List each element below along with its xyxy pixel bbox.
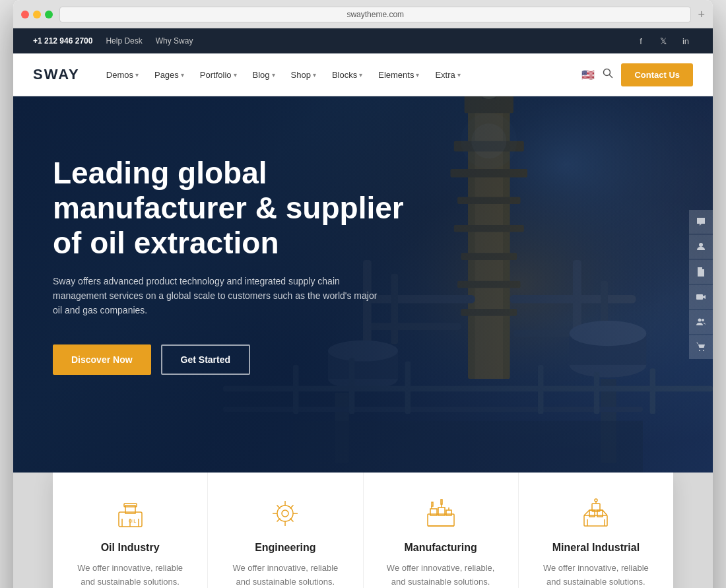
hero-description: Sway offers advanced product technology … [53, 274, 383, 318]
service-manufacturing: Manufacturing We offer innovative, relia… [364, 473, 519, 588]
svg-rect-67 [432, 502, 433, 506]
svg-point-46 [698, 319, 702, 322]
chevron-down-icon: ▾ [234, 71, 237, 79]
browser-dots [21, 11, 53, 18]
service-engineering: Engineering We offer innovative, reliabl… [208, 473, 363, 588]
language-flag-icon[interactable]: 🇺🇸 [581, 69, 595, 81]
discover-now-button[interactable]: Discover Now [53, 344, 151, 375]
top-bar-left: +1 212 946 2700 Help Desk Why Sway [33, 36, 193, 46]
dot-maximize[interactable] [45, 11, 53, 18]
svg-point-44 [699, 243, 703, 247]
oil-industry-desc: We offer innovative, reliable and sustai… [69, 562, 191, 588]
user-tool[interactable] [689, 235, 713, 259]
chat-tool[interactable] [689, 210, 713, 234]
manufacturing-desc: We offer innovative, reliable, and susta… [380, 562, 502, 588]
mineral-industrial-title: Mineral Industrial [535, 542, 657, 554]
help-desk-link[interactable]: Help Desk [106, 36, 142, 46]
mineral-industrial-desc: We offer innovative, reliable and sustai… [535, 562, 657, 588]
svg-point-49 [703, 350, 704, 351]
nav-blog[interactable]: Blog ▾ [246, 65, 282, 85]
engineering-title: Engineering [224, 542, 346, 554]
svg-rect-68 [441, 500, 442, 504]
nav-demos[interactable]: Demos ▾ [100, 65, 145, 85]
svg-point-48 [699, 350, 700, 351]
contact-button[interactable]: Contact Us [621, 63, 693, 86]
hero-section: Leading global manufacturer & supplier o… [13, 96, 713, 473]
mineral-industrial-icon [535, 496, 657, 532]
oil-industry-icon: OIL [69, 496, 191, 532]
side-toolbar [689, 210, 713, 359]
address-bar[interactable]: swaytheme.com [59, 7, 691, 22]
chevron-down-icon: ▾ [272, 71, 275, 79]
nav-portfolio[interactable]: Portfolio ▾ [193, 65, 244, 85]
browser-window: swaytheme.com + +1 212 946 2700 Help Des… [13, 0, 713, 588]
nav-extra[interactable]: Extra ▾ [428, 65, 467, 85]
svg-rect-45 [696, 294, 703, 300]
site-logo[interactable]: SWAY [33, 66, 80, 83]
dot-minimize[interactable] [33, 11, 41, 18]
cart-tool[interactable] [689, 335, 713, 359]
nav-pages[interactable]: Pages ▾ [148, 65, 191, 85]
svg-rect-62 [446, 510, 451, 515]
svg-point-58 [282, 510, 288, 517]
document-tool[interactable] [689, 260, 713, 284]
why-sway-link[interactable]: Why Sway [156, 36, 193, 46]
linkedin-icon[interactable]: in [678, 34, 693, 48]
chevron-down-icon: ▾ [135, 71, 139, 79]
oil-industry-title: Oil Industry [69, 542, 191, 554]
svg-line-1 [610, 75, 612, 78]
nav-elements[interactable]: Elements ▾ [372, 65, 426, 85]
nav-blocks[interactable]: Blocks ▾ [325, 65, 369, 85]
chevron-down-icon: ▾ [359, 71, 362, 79]
top-bar: +1 212 946 2700 Help Desk Why Sway f 𝕏 i… [13, 28, 713, 53]
facebook-icon[interactable]: f [634, 34, 648, 48]
manufacturing-icon [380, 496, 502, 532]
phone-number: +1 212 946 2700 [33, 36, 92, 46]
service-mineral-industrial: Mineral Industrial We offer innovative, … [519, 473, 673, 588]
nav-links: Demos ▾ Pages ▾ Portfolio ▾ Blog ▾ Shop [100, 65, 582, 85]
dot-close[interactable] [21, 11, 29, 18]
chevron-down-icon: ▾ [457, 71, 461, 79]
chevron-down-icon: ▾ [416, 71, 419, 79]
main-nav: SWAY Demos ▾ Pages ▾ Portfolio ▾ Blog ▾ [13, 53, 713, 96]
services-section: OIL Oil Industry We offer innovative, re… [53, 473, 673, 588]
new-tab-button[interactable]: + [698, 8, 705, 22]
get-started-button[interactable]: Get Started [161, 344, 250, 375]
svg-point-75 [595, 499, 597, 502]
twitter-icon[interactable]: 𝕏 [656, 34, 671, 48]
services-wrapper-bg: OIL Oil Industry We offer innovative, re… [13, 473, 713, 588]
service-oil-industry: OIL Oil Industry We offer innovative, re… [53, 473, 208, 588]
website-content: +1 212 946 2700 Help Desk Why Sway f 𝕏 i… [13, 28, 713, 588]
search-icon[interactable] [603, 68, 613, 81]
svg-point-47 [702, 319, 704, 321]
hero-title: Leading global manufacturer & supplier o… [53, 156, 422, 261]
users-tool[interactable] [689, 310, 713, 334]
hero-content: Leading global manufacturer & supplier o… [13, 96, 462, 414]
hero-buttons: Discover Now Get Started [53, 344, 422, 375]
top-bar-right: f 𝕏 in [634, 34, 693, 48]
svg-text:OIL: OIL [129, 519, 136, 523]
engineering-icon [224, 496, 346, 532]
browser-chrome: swaytheme.com + [13, 0, 713, 28]
nav-right: 🇺🇸 Contact Us [581, 63, 693, 86]
video-tool[interactable] [689, 285, 713, 309]
nav-shop[interactable]: Shop ▾ [284, 65, 323, 85]
engineering-desc: We offer innovative, reliable and sustai… [224, 562, 346, 588]
manufacturing-title: Manufacturing [380, 542, 502, 554]
chevron-down-icon: ▾ [313, 71, 316, 79]
chevron-down-icon: ▾ [181, 71, 184, 79]
